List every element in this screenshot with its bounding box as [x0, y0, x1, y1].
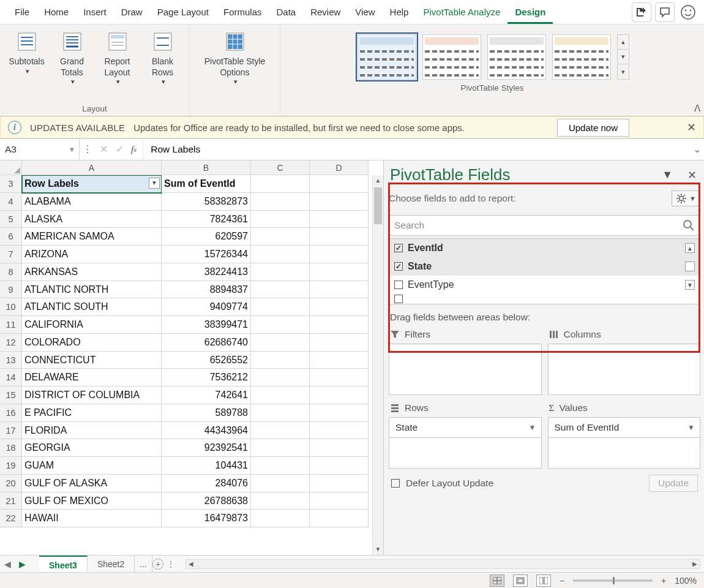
- cell[interactable]: 62686740: [162, 334, 251, 352]
- cell[interactable]: 92392541: [162, 439, 251, 457]
- cancel-formula-button[interactable]: ✕: [95, 144, 111, 155]
- row-header[interactable]: 22: [0, 510, 22, 527]
- row-header[interactable]: 15: [0, 386, 22, 404]
- cell[interactable]: [310, 316, 369, 334]
- tab-home[interactable]: Home: [37, 1, 76, 24]
- cell[interactable]: 8894837: [162, 281, 251, 299]
- select-all-cell[interactable]: [0, 160, 22, 175]
- vertical-scrollbar[interactable]: ▲ ▼: [372, 175, 383, 555]
- cell[interactable]: 38224413: [162, 263, 251, 281]
- filters-area[interactable]: Filters: [389, 328, 542, 395]
- cell[interactable]: [310, 175, 369, 193]
- cell[interactable]: [310, 404, 369, 422]
- cell[interactable]: E PACIFIC: [22, 404, 162, 422]
- cell[interactable]: [251, 175, 310, 193]
- page-break-view-button[interactable]: [536, 575, 551, 587]
- column-header-c[interactable]: C: [251, 160, 310, 175]
- pivottable-style-options-button[interactable]: PivotTable Style Options▾: [195, 28, 275, 100]
- row-header[interactable]: 11: [0, 316, 22, 334]
- cell[interactable]: GULF OF MEXICO: [22, 492, 162, 510]
- cell-b3[interactable]: Sum of EventId: [162, 175, 251, 193]
- cell[interactable]: [310, 193, 369, 211]
- cell[interactable]: [251, 246, 310, 263]
- cell[interactable]: 6526552: [162, 352, 251, 369]
- report-layout-button[interactable]: Report Layout▾: [98, 28, 137, 100]
- cell[interactable]: [310, 246, 369, 263]
- row-header[interactable]: 8: [0, 263, 22, 281]
- row-header[interactable]: 20: [0, 475, 22, 492]
- tab-file[interactable]: File: [7, 1, 37, 24]
- cell[interactable]: [310, 263, 369, 281]
- scroll-up-icon[interactable]: ▲: [373, 175, 383, 186]
- zoom-out-button[interactable]: −: [560, 576, 564, 586]
- tab-design[interactable]: Design: [507, 1, 553, 24]
- cell[interactable]: [251, 193, 310, 211]
- zoom-level[interactable]: 100%: [675, 576, 697, 586]
- cell[interactable]: [251, 211, 310, 228]
- cell[interactable]: [251, 298, 310, 316]
- cell[interactable]: [310, 510, 369, 527]
- tab-insert[interactable]: Insert: [76, 1, 114, 24]
- cell[interactable]: 7824361: [162, 211, 251, 228]
- cell[interactable]: 284076: [162, 475, 251, 492]
- cell[interactable]: GEORGIA: [22, 439, 162, 457]
- row-header[interactable]: 14: [0, 369, 22, 386]
- cell[interactable]: [251, 510, 310, 527]
- filter-dropdown-icon[interactable]: ▼: [149, 178, 160, 189]
- blank-rows-button[interactable]: Blank Rows▾: [143, 28, 182, 100]
- cell[interactable]: AMERICAN SAMOA: [22, 228, 162, 246]
- close-notification-button[interactable]: ✕: [687, 121, 696, 134]
- row-header[interactable]: 12: [0, 334, 22, 352]
- sheet-tab-more[interactable]: ...: [135, 556, 152, 572]
- cell[interactable]: 7536212: [162, 369, 251, 386]
- cell[interactable]: ATLANTIC NORTH: [22, 281, 162, 299]
- cell[interactable]: GUAM: [22, 457, 162, 475]
- tab-data[interactable]: Data: [269, 1, 303, 24]
- cell[interactable]: 620597: [162, 228, 251, 246]
- sheet-tab-sheet2[interactable]: Sheet2: [88, 556, 135, 572]
- cell[interactable]: [251, 386, 310, 404]
- rows-area[interactable]: Rows State▼: [389, 401, 542, 469]
- cell[interactable]: [310, 475, 369, 492]
- dropdown-icon[interactable]: ▼: [687, 423, 695, 432]
- cell[interactable]: CALIFORNIA: [22, 316, 162, 334]
- new-sheet-button[interactable]: +: [152, 559, 163, 570]
- cell[interactable]: ALASKA: [22, 211, 162, 228]
- row-header[interactable]: 10: [0, 298, 22, 316]
- row-header[interactable]: 21: [0, 492, 22, 510]
- normal-view-button[interactable]: [490, 575, 504, 587]
- cell[interactable]: [251, 404, 310, 422]
- cell[interactable]: ATLANTIC SOUTH: [22, 298, 162, 316]
- scroll-down-icon[interactable]: ▼: [373, 544, 383, 555]
- zoom-slider[interactable]: [573, 579, 653, 582]
- cell[interactable]: 26788638: [162, 492, 251, 510]
- cell[interactable]: [251, 281, 310, 299]
- name-box-dropdown-icon[interactable]: ▼: [69, 146, 75, 153]
- sheet-nav-prev[interactable]: ◀: [0, 559, 15, 569]
- cell[interactable]: ALABAMA: [22, 193, 162, 211]
- row-header[interactable]: 3: [0, 175, 22, 193]
- cell[interactable]: ARIZONA: [22, 246, 162, 263]
- row-header[interactable]: 6: [0, 228, 22, 246]
- field-move-up-icon[interactable]: ▲: [685, 243, 695, 253]
- field-more[interactable]: [389, 294, 700, 304]
- checkbox-unchecked-icon[interactable]: [394, 281, 403, 289]
- field-eventid[interactable]: ✓ EventId ▲: [389, 239, 700, 257]
- expand-formula-bar-button[interactable]: ⌄: [689, 144, 704, 155]
- rows-item-state[interactable]: State▼: [389, 417, 542, 438]
- cell[interactable]: [251, 422, 310, 440]
- column-header-b[interactable]: B: [162, 160, 251, 175]
- cell[interactable]: ARKANSAS: [22, 263, 162, 281]
- insert-function-button[interactable]: fx: [127, 139, 143, 160]
- field-eventtype[interactable]: EventType ▼: [389, 276, 700, 294]
- row-header[interactable]: 18: [0, 439, 22, 457]
- share-button[interactable]: [632, 2, 651, 22]
- spreadsheet-grid[interactable]: A B C D 3 Row Labels▼ Sum of EventId 4 A…: [0, 160, 383, 555]
- values-item-sum-eventid[interactable]: Sum of EventId▼: [548, 417, 701, 438]
- checkbox-checked-icon[interactable]: ✓: [394, 262, 403, 271]
- name-box[interactable]: A3 ▼: [0, 139, 80, 160]
- field-search-input[interactable]: Search: [389, 215, 700, 236]
- cell[interactable]: 9409774: [162, 298, 251, 316]
- cell[interactable]: 589788: [162, 404, 251, 422]
- horizontal-scrollbar[interactable]: ◀▶: [185, 559, 700, 569]
